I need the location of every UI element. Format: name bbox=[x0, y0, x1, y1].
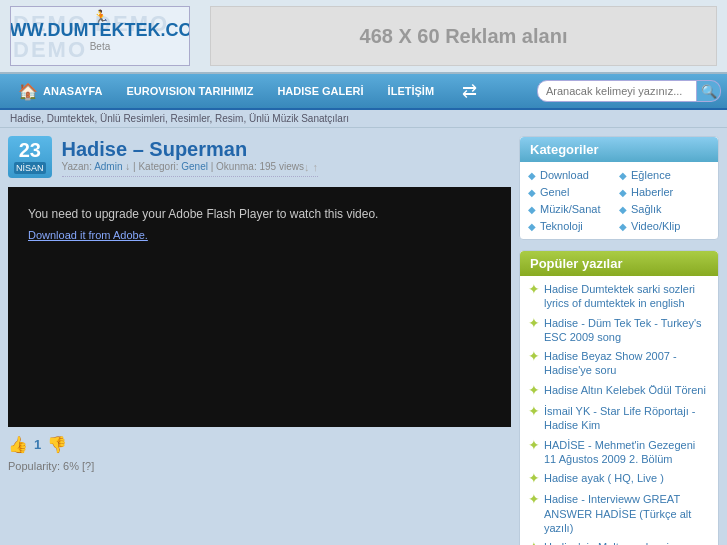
page-header: DEMO DEMO DEMO 🏃 WWW.DUMTEKTEK.COM Beta … bbox=[0, 0, 727, 74]
pop-item-label: Hadise'nin Malta ozel resim galerisi bbox=[544, 540, 710, 545]
cat-muzik[interactable]: ◆ Müzik/Sanat bbox=[528, 202, 619, 216]
list-item[interactable]: ✦ İsmail YK - Star Life Röportajı - Hadi… bbox=[528, 404, 710, 433]
categories-box: Kategoriler ◆ Download ◆ Eğlence ◆ Genel… bbox=[519, 136, 719, 240]
cat-download-label: Download bbox=[540, 169, 589, 181]
list-item[interactable]: ✦ Hadise - Intervieww GREAT ANSWER HADİS… bbox=[528, 492, 710, 535]
article-meta: Yazan: Admin ↓ | Kategori: Genel | Okunm… bbox=[62, 161, 318, 177]
pop-item-label: Hadise - Intervieww GREAT ANSWER HADİSE … bbox=[544, 492, 710, 535]
categories-title: Kategoriler bbox=[520, 137, 718, 162]
cat-haberler[interactable]: ◆ Haberler bbox=[619, 185, 710, 199]
pop-item-label: Hadise - Düm Tek Tek - Turkey's ESC 2009… bbox=[544, 316, 710, 345]
article-title: Hadise – Superman bbox=[62, 138, 318, 161]
author-link[interactable]: Admin bbox=[94, 161, 122, 172]
popular-box: Popüler yazılar ✦ Hadise Dumtektek sarki… bbox=[519, 250, 719, 545]
ad-banner: 468 X 60 Reklam alanı bbox=[210, 6, 717, 66]
pop-item-label: Hadise ayak ( HQ, Live ) bbox=[544, 471, 664, 485]
categories-grid: ◆ Download ◆ Eğlence ◆ Genel ◆ Haberler … bbox=[520, 162, 718, 239]
video-download-link[interactable]: Download it from Adobe. bbox=[28, 229, 148, 241]
thumbs-down-icon[interactable]: 👎 bbox=[47, 435, 67, 454]
cat-teknoloji[interactable]: ◆ Teknoloji bbox=[528, 219, 619, 233]
popularity-text: Popularity: 6% [?] bbox=[8, 460, 511, 472]
cat-bullet-icon: ◆ bbox=[619, 170, 627, 181]
cat-videoklip-label: Video/Klip bbox=[631, 220, 680, 232]
cat-bullet-icon: ◆ bbox=[528, 187, 536, 198]
breadcrumb: Hadise, Dumtektek, Ünlü Resimleri, Resim… bbox=[0, 110, 727, 128]
shuffle-icon[interactable]: ⇄ bbox=[454, 80, 485, 102]
pop-item-label: İsmail YK - Star Life Röportajı - Hadise… bbox=[544, 404, 710, 433]
pop-item-label: HADİSE - Mehmet'in Gezegeni 11 Ağustos 2… bbox=[544, 438, 710, 467]
list-item[interactable]: ✦ Hadise ayak ( HQ, Live ) bbox=[528, 471, 710, 487]
search-input[interactable] bbox=[537, 80, 697, 102]
cat-bullet-icon: ◆ bbox=[528, 204, 536, 215]
search-button[interactable]: 🔍 bbox=[697, 80, 721, 102]
cat-eglence-label: Eğlence bbox=[631, 169, 671, 181]
cat-genel-label: Genel bbox=[540, 186, 569, 198]
nav-home-label: ANASAYFA bbox=[43, 85, 103, 97]
home-icon: 🏠 bbox=[18, 82, 38, 101]
date-box: 23 NİSAN bbox=[8, 136, 52, 178]
breadcrumb-text: Hadise, Dumtektek, Ünlü Resimleri, Resim… bbox=[10, 113, 349, 124]
list-item[interactable]: ✦ Hadise Altın Kelebek Ödül Töreni bbox=[528, 383, 710, 399]
pop-bullet-icon: ✦ bbox=[528, 538, 540, 545]
cat-teknoloji-label: Teknoloji bbox=[540, 220, 583, 232]
nav-eurovision[interactable]: EUROVISION TARIHIMIZ bbox=[115, 73, 266, 109]
logo[interactable]: DEMO DEMO DEMO 🏃 WWW.DUMTEKTEK.COM Beta bbox=[10, 6, 190, 66]
navbar: 🏠 ANASAYFA EUROVISION TARIHIMIZ HADISE G… bbox=[0, 74, 727, 110]
nav-home[interactable]: 🏠 ANASAYFA bbox=[6, 73, 115, 109]
cat-bullet-icon: ◆ bbox=[528, 221, 536, 232]
nav-hadise-galeri[interactable]: HADISE GALERİ bbox=[265, 73, 375, 109]
pop-bullet-icon: ✦ bbox=[528, 469, 540, 487]
cat-haberler-label: Haberler bbox=[631, 186, 673, 198]
list-item[interactable]: ✦ Hadise Dumtektek sarki sozleri lyrics … bbox=[528, 282, 710, 311]
date-month: NİSAN bbox=[14, 162, 46, 174]
like-count: 1 bbox=[34, 437, 41, 452]
list-item[interactable]: ✦ Hadise Beyaz Show 2007 - Hadise'ye sor… bbox=[528, 349, 710, 378]
sidebar: Kategoriler ◆ Download ◆ Eğlence ◆ Genel… bbox=[519, 136, 719, 545]
article-header: 23 NİSAN Hadise – Superman Yazan: Admin … bbox=[8, 136, 511, 181]
cat-genel[interactable]: ◆ Genel bbox=[528, 185, 619, 199]
list-item[interactable]: ✦ HADİSE - Mehmet'in Gezegeni 11 Ağustos… bbox=[528, 438, 710, 467]
list-item[interactable]: ✦ Hadise - Düm Tek Tek - Turkey's ESC 20… bbox=[528, 316, 710, 345]
article-content: 23 NİSAN Hadise – Superman Yazan: Admin … bbox=[8, 136, 511, 545]
nav-iletisim[interactable]: İLETİŞİM bbox=[376, 73, 446, 109]
pop-bullet-icon: ✦ bbox=[528, 490, 540, 508]
pop-bullet-icon: ✦ bbox=[528, 314, 540, 332]
pop-bullet-icon: ✦ bbox=[528, 436, 540, 454]
popular-list: ✦ Hadise Dumtektek sarki sozleri lyrics … bbox=[520, 276, 718, 545]
like-bar: 👍 1 👎 bbox=[8, 435, 511, 454]
list-item[interactable]: ✦ Hadise'nin Malta ozel resim galerisi bbox=[528, 540, 710, 545]
cat-saglik[interactable]: ◆ Sağlık bbox=[619, 202, 710, 216]
pop-item-label: Hadise Dumtektek sarki sozleri lyrics of… bbox=[544, 282, 710, 311]
thumbs-up-icon[interactable]: 👍 bbox=[8, 435, 28, 454]
video-message: You need to upgrade your Adobe Flash Pla… bbox=[28, 207, 378, 221]
cat-download[interactable]: ◆ Download bbox=[528, 168, 619, 182]
main-content: 23 NİSAN Hadise – Superman Yazan: Admin … bbox=[0, 128, 727, 545]
pop-item-label: Hadise Beyaz Show 2007 - Hadise'ye soru bbox=[544, 349, 710, 378]
cat-bullet-icon: ◆ bbox=[619, 221, 627, 232]
pop-bullet-icon: ✦ bbox=[528, 280, 540, 298]
pop-bullet-icon: ✦ bbox=[528, 347, 540, 365]
cat-bullet-icon: ◆ bbox=[619, 187, 627, 198]
pop-bullet-icon: ✦ bbox=[528, 402, 540, 420]
cat-eglence[interactable]: ◆ Eğlence bbox=[619, 168, 710, 182]
cat-saglik-label: Sağlık bbox=[631, 203, 662, 215]
cat-videoklip[interactable]: ◆ Video/Klip bbox=[619, 219, 710, 233]
arrows: ↓ ↑ bbox=[304, 161, 318, 173]
pop-bullet-icon: ✦ bbox=[528, 381, 540, 399]
video-player: You need to upgrade your Adobe Flash Pla… bbox=[8, 187, 511, 427]
views-count: Okunma: 195 views bbox=[216, 161, 304, 172]
logo-beta: Beta bbox=[90, 41, 111, 52]
cat-bullet-icon: ◆ bbox=[528, 170, 536, 181]
cat-muzik-label: Müzik/Sanat bbox=[540, 203, 601, 215]
logo-text: WWW.DUMTEKTEK.COM bbox=[10, 20, 190, 41]
search-box: 🔍 bbox=[537, 80, 721, 102]
category-link[interactable]: Genel bbox=[181, 161, 208, 172]
popular-title: Popüler yazılar bbox=[520, 251, 718, 276]
pop-item-label: Hadise Altın Kelebek Ödül Töreni bbox=[544, 383, 706, 397]
cat-bullet-icon: ◆ bbox=[619, 204, 627, 215]
date-day: 23 bbox=[14, 140, 46, 160]
